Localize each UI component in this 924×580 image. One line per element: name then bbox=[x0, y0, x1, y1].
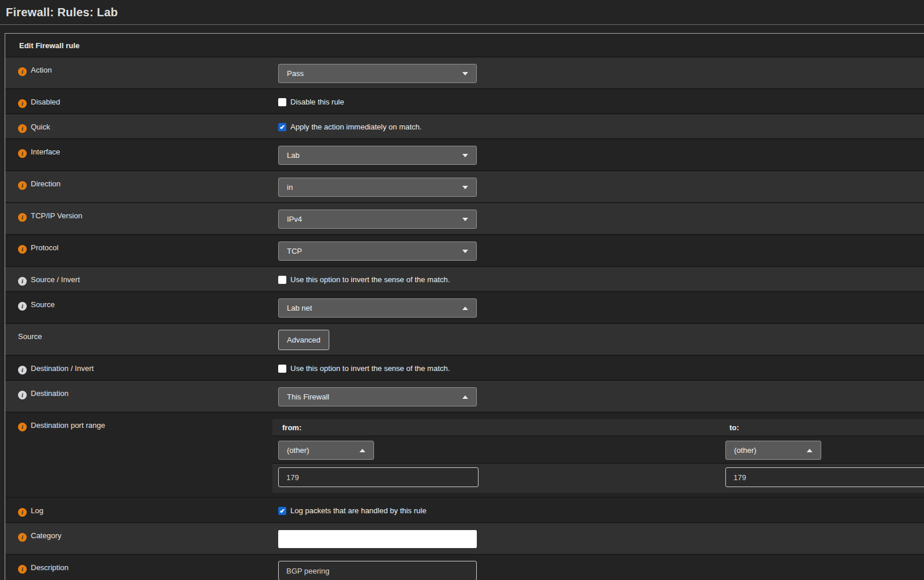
row-control-protocol: TCP bbox=[272, 235, 924, 266]
direction-label-text: Direction bbox=[31, 179, 60, 188]
info-icon[interactable]: i bbox=[18, 181, 27, 190]
info-icon[interactable]: i bbox=[18, 508, 27, 517]
caret-up-icon bbox=[462, 307, 468, 310]
source-select[interactable]: Lab net bbox=[278, 298, 477, 318]
port-to-input-cell bbox=[725, 464, 924, 493]
protocol-select[interactable]: TCP bbox=[278, 242, 477, 261]
category-label-text: Category bbox=[31, 531, 62, 540]
log-label-text: Log bbox=[31, 506, 44, 515]
caret-up-icon bbox=[462, 395, 468, 399]
row-control-destination-invert: Use this option to invert the sense of t… bbox=[272, 356, 924, 380]
port-from-input-cell bbox=[278, 464, 725, 493]
port-to-select-value: (other) bbox=[734, 446, 756, 455]
row-source: iSourceLab net bbox=[5, 291, 924, 323]
quick-label-text: Quick bbox=[31, 123, 50, 131]
destination-invert-checkbox-wrap: Use this option to invert the sense of t… bbox=[278, 356, 924, 373]
info-icon[interactable]: i bbox=[18, 533, 27, 542]
port-from-select[interactable]: (other) bbox=[278, 441, 374, 460]
row-source-invert: iSource / InvertUse this option to inver… bbox=[5, 266, 924, 291]
direction-select-value: in bbox=[287, 183, 293, 192]
info-icon[interactable]: i bbox=[18, 391, 27, 399]
destination-select[interactable]: This Firewall bbox=[278, 387, 477, 406]
row-source-advanced: SourceAdvanced bbox=[5, 323, 924, 355]
port-range-inputs bbox=[272, 464, 924, 493]
action-label-text: Action bbox=[31, 66, 52, 74]
row-label-category: iCategory bbox=[5, 523, 272, 554]
port-from-label: from: bbox=[282, 419, 301, 432]
row-description: iDescription bbox=[5, 554, 924, 580]
row-control-direction: in bbox=[272, 171, 924, 202]
row-control-destination: This Firewall bbox=[272, 381, 924, 412]
row-label-tcpip-version: iTCP/IP Version bbox=[5, 203, 272, 234]
row-control-interface: Lab bbox=[272, 139, 924, 170]
destination-invert-checkbox[interactable] bbox=[278, 365, 286, 373]
direction-select[interactable]: in bbox=[278, 178, 477, 197]
row-control-source-invert: Use this option to invert the sense of t… bbox=[272, 267, 924, 291]
info-icon[interactable]: i bbox=[18, 99, 27, 108]
tcpip-version-select[interactable]: IPv4 bbox=[278, 210, 477, 229]
info-icon[interactable]: i bbox=[18, 124, 27, 133]
info-icon[interactable]: i bbox=[18, 277, 27, 286]
interface-select[interactable]: Lab bbox=[278, 146, 477, 165]
port-from-input[interactable] bbox=[278, 467, 479, 487]
row-label-source-invert: iSource / Invert bbox=[5, 267, 272, 291]
interface-select-value: Lab bbox=[287, 151, 300, 160]
row-control-destination-port-range: from:to:(other)(other) bbox=[272, 413, 924, 497]
info-icon[interactable]: i bbox=[18, 423, 27, 431]
log-checkbox[interactable] bbox=[278, 507, 286, 515]
edit-firewall-rule-panel: Edit Firewall rule iActionPassiDisabledD… bbox=[5, 33, 924, 580]
caret-down-icon bbox=[462, 72, 468, 75]
source-invert-checkbox[interactable] bbox=[278, 276, 286, 284]
row-label-description: iDescription bbox=[5, 555, 272, 580]
info-icon[interactable]: i bbox=[18, 67, 27, 76]
row-direction: iDirectionin bbox=[5, 170, 924, 202]
source-select-value: Lab net bbox=[287, 304, 312, 312]
disabled-label-text: Disabled bbox=[31, 98, 60, 106]
protocol-label-text: Protocol bbox=[31, 243, 59, 252]
row-control-action: Pass bbox=[272, 57, 924, 88]
port-to-header-cell: to: bbox=[725, 419, 924, 435]
row-control-source: Lab net bbox=[272, 292, 924, 323]
port-range-selects: (other)(other) bbox=[272, 437, 924, 464]
row-label-source-advanced: Source bbox=[5, 324, 272, 355]
source-advanced-button[interactable]: Advanced bbox=[278, 330, 329, 350]
source-label-text: Source bbox=[31, 300, 55, 309]
category-input[interactable] bbox=[278, 530, 477, 548]
row-label-action: iAction bbox=[5, 57, 272, 88]
port-range-gap bbox=[272, 413, 924, 419]
row-control-tcpip-version: IPv4 bbox=[272, 203, 924, 234]
row-protocol: iProtocolTCP bbox=[5, 234, 924, 266]
port-to-select[interactable]: (other) bbox=[725, 441, 821, 460]
tcpip-version-select-value: IPv4 bbox=[287, 215, 302, 224]
quick-checkbox-wrap: Apply the action immediately on match. bbox=[278, 114, 924, 131]
info-icon[interactable]: i bbox=[18, 149, 27, 158]
tcpip-version-label-text: TCP/IP Version bbox=[31, 211, 82, 220]
row-control-source-advanced: Advanced bbox=[272, 324, 924, 355]
row-control-disabled: Disable this rule bbox=[272, 89, 924, 113]
caret-down-icon bbox=[462, 186, 468, 189]
port-to-input[interactable] bbox=[725, 467, 924, 487]
row-destination-port-range: iDestination port rangefrom:to:(other)(o… bbox=[5, 412, 924, 497]
disabled-checkbox[interactable] bbox=[278, 98, 286, 106]
row-tcpip-version: iTCP/IP VersionIPv4 bbox=[5, 202, 924, 234]
caret-down-icon bbox=[462, 250, 468, 253]
destination-select-value: This Firewall bbox=[287, 392, 329, 401]
info-icon[interactable]: i bbox=[18, 565, 27, 574]
action-select[interactable]: Pass bbox=[278, 64, 477, 83]
row-destination-invert: iDestination / InvertUse this option to … bbox=[5, 355, 924, 380]
row-log: iLogLog packets that are handled by this… bbox=[5, 497, 924, 522]
firewall-rule-form: iActionPassiDisabledDisable this ruleiQu… bbox=[5, 56, 924, 580]
info-icon[interactable]: i bbox=[18, 245, 27, 254]
info-icon[interactable]: i bbox=[18, 302, 27, 311]
destination-port-range-label-text: Destination port range bbox=[31, 421, 105, 430]
row-interface: iInterfaceLab bbox=[5, 138, 924, 170]
info-icon[interactable]: i bbox=[18, 366, 27, 374]
source-invert-label-text: Source / Invert bbox=[31, 275, 80, 284]
row-label-protocol: iProtocol bbox=[5, 235, 272, 266]
info-icon[interactable]: i bbox=[18, 213, 27, 222]
log-checkbox-wrap: Log packets that are handled by this rul… bbox=[278, 498, 924, 515]
quick-checkbox[interactable] bbox=[278, 123, 286, 131]
port-range-header: from:to: bbox=[272, 419, 924, 437]
caret-up-icon bbox=[807, 449, 812, 452]
description-input[interactable] bbox=[278, 561, 477, 580]
